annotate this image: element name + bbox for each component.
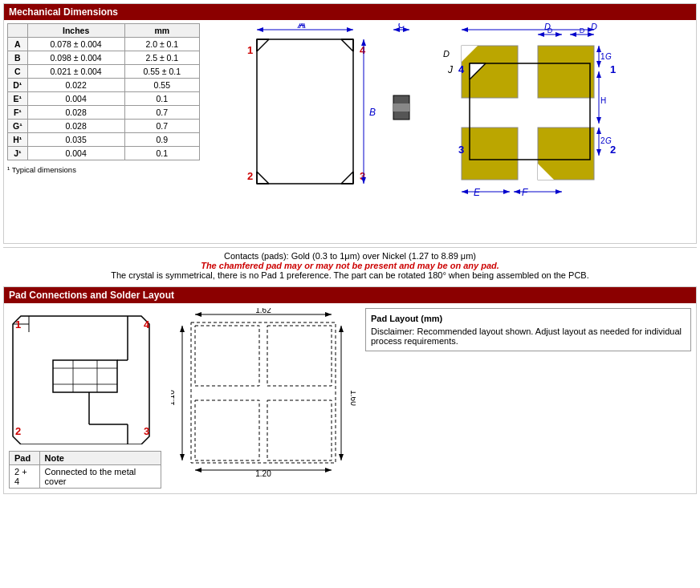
dim-label-c: C <box>398 23 405 30</box>
right-pad3: 3 <box>458 144 464 156</box>
row-label: H¹ <box>8 133 28 147</box>
pad-schematic-svg: 1 4 2 3 <box>9 308 161 444</box>
row-label: J¹ <box>8 147 28 160</box>
table-row: D¹ 0.022 0.55 <box>8 79 200 92</box>
pad-label-4: 4 <box>360 44 366 56</box>
row-label: C <box>8 65 28 79</box>
table-row: E¹ 0.004 0.1 <box>8 92 200 106</box>
col-header-label <box>8 24 28 38</box>
pad-label-2: 2 <box>247 170 253 182</box>
svg-marker-39 <box>538 32 544 37</box>
pad-notes-table: Pad Note 2 + 4 Connected to the metal co… <box>9 451 161 489</box>
note-col-header: Note <box>39 452 161 465</box>
pad-col-header: Pad <box>10 452 40 465</box>
dim-d-small2: D <box>580 26 585 34</box>
schematic-pad3: 3 <box>144 425 149 437</box>
dim-f: F <box>522 187 528 198</box>
svg-marker-54 <box>462 189 468 194</box>
dim-label-b: B <box>369 107 376 118</box>
svg-marker-14 <box>257 27 263 32</box>
table-row: 2 + 4 Connected to the metal cover <box>10 465 161 489</box>
typical-note: ¹ Typical dimensions <box>7 165 200 174</box>
mechanical-table-area: Inches mm A 0.078 ± 0.004 2.0 ± 0.1 B 0.… <box>7 23 200 240</box>
svg-marker-43 <box>588 32 594 37</box>
svg-line-3 <box>257 39 269 51</box>
svg-rect-74 <box>267 326 332 386</box>
svg-rect-75 <box>195 400 259 460</box>
pad-schematic: 1 4 2 3 Pad Note 2 + 4 Connected to the … <box>9 308 161 489</box>
table-row: C 0.021 ± 0.004 0.55 ± 0.1 <box>8 65 200 79</box>
row-inches: 0.004 <box>27 147 124 160</box>
table-row: A 0.078 ± 0.004 2.0 ± 0.1 <box>8 38 200 51</box>
row-label: F¹ <box>8 106 28 120</box>
svg-marker-59 <box>13 316 149 444</box>
pad-connections-section: Pad Connections and Solder Layout <box>3 286 697 494</box>
dim-1-60: 1.60 <box>349 390 356 406</box>
row-label: E¹ <box>8 92 28 106</box>
row-mm: 2.0 ± 0.1 <box>124 38 199 51</box>
row-mm: 0.1 <box>124 147 199 160</box>
table-row: F¹ 0.028 0.7 <box>8 106 200 120</box>
svg-marker-87 <box>180 326 185 332</box>
mechanical-diagram-svg: 1 2 3 4 A B C <box>225 23 674 240</box>
row-inches: 0.098 ± 0.004 <box>27 51 124 65</box>
right-label-h: H <box>600 96 606 105</box>
pad-layout-title: Pad Layout (mm) <box>371 314 686 323</box>
svg-marker-85 <box>325 468 332 472</box>
right-pad1: 1 <box>610 63 616 75</box>
mechanical-dimensions-section: Mechanical Dimensions Inches mm A 0.078 … <box>3 3 697 244</box>
svg-marker-17 <box>361 39 366 46</box>
row-label: G¹ <box>8 120 28 133</box>
row-mm: 0.7 <box>124 106 199 120</box>
row-mm: 2.5 ± 0.1 <box>124 51 199 65</box>
dim-1-10: 1.10 <box>171 390 176 406</box>
row-mm: 0.55 <box>124 79 199 92</box>
svg-marker-81 <box>339 326 344 332</box>
pad-layout-desc: Disclaimer: Recommended layout shown. Ad… <box>371 326 686 346</box>
schematic-pad1: 1 <box>15 318 21 330</box>
svg-rect-26 <box>538 46 594 98</box>
row-mm: 0.7 <box>124 120 199 133</box>
svg-marker-82 <box>339 454 344 460</box>
row-inches: 0.004 <box>27 92 124 106</box>
row-inches: 0.078 ± 0.004 <box>27 38 124 51</box>
svg-rect-72 <box>191 322 336 463</box>
row-mm: 0.9 <box>124 133 199 147</box>
svg-line-9 <box>257 172 269 184</box>
svg-marker-48 <box>596 71 601 78</box>
svg-rect-0 <box>257 39 353 184</box>
row-label: D¹ <box>8 79 28 92</box>
svg-marker-88 <box>180 454 185 460</box>
svg-marker-40 <box>556 32 562 37</box>
svg-marker-78 <box>195 312 201 317</box>
col-header-mm: mm <box>124 24 199 38</box>
contact-line2: The chamfered pad may or may not be pres… <box>3 261 697 270</box>
svg-marker-51 <box>596 128 601 134</box>
svg-marker-84 <box>195 468 201 472</box>
svg-rect-73 <box>195 326 259 386</box>
right-label-1g-g: G <box>605 52 612 61</box>
row-mm: 0.1 <box>124 92 199 106</box>
svg-marker-36 <box>462 27 468 32</box>
right-pad4: 4 <box>458 63 465 75</box>
mechanical-dimensions-header: Mechanical Dimensions <box>4 4 696 20</box>
row-inches: 0.028 <box>27 120 124 133</box>
mechanical-table: Inches mm A 0.078 ± 0.004 2.0 ± 0.1 B 0.… <box>7 23 200 160</box>
right-pad2: 2 <box>610 144 616 156</box>
row-mm: 0.55 ± 0.1 <box>124 65 199 79</box>
dim-d-small: D <box>547 26 553 34</box>
svg-marker-79 <box>325 312 332 317</box>
svg-rect-20 <box>393 103 409 112</box>
pad-connections-header: Pad Connections and Solder Layout <box>4 287 696 303</box>
pad-layout-diagram: 1.62 1.60 1.20 1.10 <box>171 308 356 478</box>
svg-marker-49 <box>596 117 601 124</box>
svg-marker-15 <box>347 27 353 32</box>
schematic-pad4: 4 <box>144 318 150 330</box>
pad-note: Connected to the metal cover <box>39 465 161 489</box>
pad-layout-text-box: Pad Layout (mm) Disclaimer: Recommended … <box>365 308 691 351</box>
row-inches: 0.022 <box>27 79 124 92</box>
table-row: B 0.098 ± 0.004 2.5 ± 0.1 <box>8 51 200 65</box>
table-row: J¹ 0.004 0.1 <box>8 147 200 160</box>
svg-line-12 <box>341 172 353 184</box>
svg-rect-76 <box>267 400 332 460</box>
